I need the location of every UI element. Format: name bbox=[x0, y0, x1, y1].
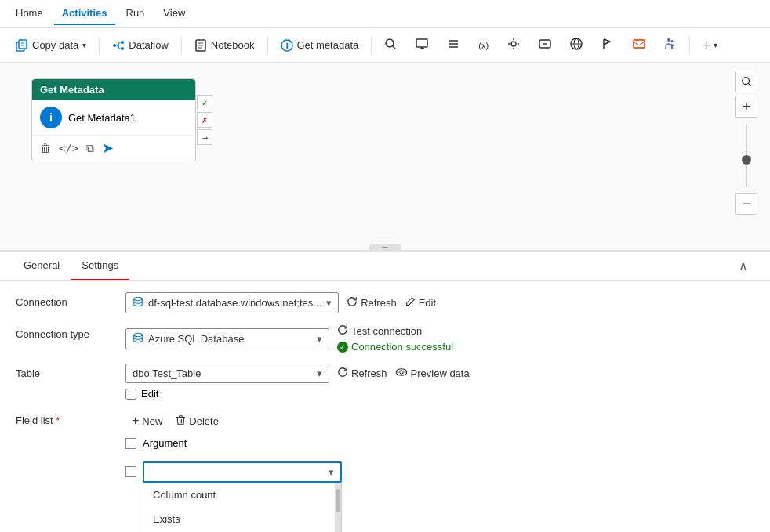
toolbar-divider-1 bbox=[99, 36, 100, 55]
edit-icon bbox=[405, 296, 416, 309]
refresh-connection-btn[interactable]: Refresh bbox=[347, 296, 397, 309]
svg-point-19 bbox=[399, 371, 402, 374]
delete-node-icon[interactable]: 🗑 bbox=[40, 142, 51, 154]
edit-table-row: Edit bbox=[125, 388, 470, 400]
fail-branch-btn[interactable]: ✗ bbox=[197, 112, 212, 128]
activity-header-title: Get Metadata bbox=[40, 84, 104, 96]
tab-general[interactable]: General bbox=[13, 252, 71, 280]
zoom-search-btn[interactable] bbox=[735, 71, 757, 92]
menu-activities[interactable]: Activities bbox=[54, 2, 115, 25]
refresh-table-icon bbox=[337, 367, 348, 380]
zoom-out-btn[interactable]: − bbox=[735, 193, 757, 215]
get-metadata-button[interactable]: i Get metadata bbox=[273, 35, 367, 56]
table-controls: dbo.Test_Table ▾ Refresh bbox=[125, 364, 470, 400]
settings-icon bbox=[507, 38, 520, 52]
svg-point-3 bbox=[121, 41, 124, 44]
connection-controls: df-sql-test.database.windows.net;tes... … bbox=[125, 292, 754, 313]
dropdown-arrow-icon: ▾ bbox=[329, 466, 334, 478]
toolbar-divider-5 bbox=[689, 36, 690, 55]
param-button[interactable] bbox=[531, 34, 559, 56]
connection-arrow: ▾ bbox=[326, 297, 332, 309]
teams-button[interactable] bbox=[656, 34, 685, 56]
zoom-controls: + − bbox=[735, 71, 757, 215]
connection-type-controls: Azure SQL Database ▾ Test connection bbox=[125, 324, 754, 353]
zoom-in-btn[interactable]: + bbox=[735, 96, 757, 118]
variable-icon: (x) bbox=[478, 41, 489, 50]
get-metadata-icon: i bbox=[281, 39, 293, 52]
panel-collapse-btn[interactable]: ∧ bbox=[729, 252, 757, 280]
table-row: Table dbo.Test_Table ▾ Re bbox=[16, 364, 754, 400]
tab-bar: General Settings ∧ bbox=[0, 252, 770, 281]
menu-home[interactable]: Home bbox=[8, 2, 51, 25]
dropdown-input[interactable]: ▾ bbox=[144, 463, 340, 481]
new-button[interactable]: + New bbox=[125, 411, 169, 431]
add-more-button[interactable]: + ▾ bbox=[695, 34, 725, 56]
success-icon: ✓ bbox=[337, 342, 348, 353]
field-list-label: Field list * bbox=[16, 411, 110, 426]
edit-table-checkbox[interactable] bbox=[125, 389, 136, 400]
success-branch-btn[interactable]: ✓ bbox=[197, 95, 212, 110]
copy-data-button[interactable]: Copy data ▾ bbox=[8, 35, 94, 56]
table-select-row: dbo.Test_Table ▾ Refresh bbox=[125, 364, 470, 383]
svg-point-10 bbox=[511, 42, 516, 46]
field-list-controls: + New Delete bbox=[125, 411, 754, 532]
menu-run[interactable]: Run bbox=[118, 2, 153, 25]
list-button[interactable] bbox=[439, 34, 467, 56]
search-toolbar-button[interactable] bbox=[376, 34, 405, 56]
notebook-button[interactable]: Notebook bbox=[187, 35, 263, 56]
flag-button[interactable] bbox=[594, 34, 622, 56]
dataflow-button[interactable]: Dataflow bbox=[104, 35, 176, 56]
teams-icon bbox=[664, 38, 677, 52]
tab-settings[interactable]: Settings bbox=[71, 252, 129, 280]
scrollbar-track[interactable] bbox=[335, 483, 341, 532]
globe-button[interactable] bbox=[562, 34, 590, 56]
zoom-slider-thumb[interactable] bbox=[742, 155, 751, 165]
refresh-table-btn[interactable]: Refresh bbox=[337, 367, 387, 380]
connection-type-select[interactable]: Azure SQL Database ▾ bbox=[125, 328, 329, 349]
scrollbar-thumb[interactable] bbox=[336, 489, 340, 512]
activity-body-label: Get Metadata1 bbox=[68, 112, 136, 124]
code-icon[interactable]: </> bbox=[59, 142, 78, 154]
zoom-slider-track[interactable] bbox=[746, 124, 747, 186]
table-select[interactable]: dbo.Test_Table ▾ bbox=[125, 364, 329, 383]
svg-point-4 bbox=[121, 47, 124, 50]
argument-label: Argument bbox=[143, 437, 187, 449]
connection-value: df-sql-test.database.windows.net;tes... bbox=[148, 297, 321, 309]
edit-connection-btn[interactable]: Edit bbox=[405, 296, 436, 309]
monitor-button[interactable] bbox=[408, 34, 436, 56]
param-icon bbox=[539, 38, 551, 52]
svg-rect-14 bbox=[634, 40, 645, 48]
activity-type-icon: i bbox=[40, 107, 62, 128]
test-connection-btn[interactable]: Test connection bbox=[337, 324, 453, 338]
argument-dropdown[interactable]: ▾ bbox=[143, 461, 342, 483]
plus-icon: + bbox=[703, 38, 710, 52]
arrow-btn[interactable]: → bbox=[197, 129, 212, 145]
menu-view[interactable]: View bbox=[155, 2, 193, 25]
copy-node-icon[interactable]: ⧉ bbox=[86, 142, 94, 155]
mail-button[interactable] bbox=[625, 34, 653, 56]
dropdown-list: Column count Exists Structure Add dynami… bbox=[143, 483, 342, 532]
notebook-icon bbox=[194, 39, 207, 52]
new-delete-bar: + New Delete bbox=[125, 411, 754, 431]
required-marker: * bbox=[56, 414, 60, 426]
item-checkbox[interactable] bbox=[125, 466, 136, 477]
dropdown-item-column-count[interactable]: Column count bbox=[143, 483, 341, 507]
argument-select-all-checkbox[interactable] bbox=[125, 438, 136, 449]
preview-data-btn[interactable]: Preview data bbox=[395, 367, 470, 379]
dropdown-item-exists[interactable]: Exists bbox=[143, 507, 341, 531]
canvas-collapse-btn[interactable]: ─ bbox=[369, 244, 401, 250]
menu-bar: Home Activities Run View bbox=[0, 0, 770, 28]
activity-footer[interactable]: 🗑 </> ⧉ ➤ bbox=[32, 136, 195, 161]
monitor-icon bbox=[416, 38, 428, 52]
search-toolbar-icon bbox=[384, 38, 397, 52]
collapse-arrow: ─ bbox=[382, 243, 387, 252]
variable-button[interactable]: (x) bbox=[470, 37, 496, 54]
copy-data-dropdown-arrow: ▾ bbox=[82, 41, 86, 49]
delete-button[interactable]: Delete bbox=[169, 411, 225, 431]
connection-type-row: Connection type Azure SQL Database ▾ bbox=[16, 324, 754, 353]
settings-button[interactable] bbox=[499, 34, 528, 56]
connection-select[interactable]: df-sql-test.database.windows.net;tes... … bbox=[125, 292, 339, 313]
activity-node: Get Metadata i Get Metadata1 🗑 </> ⧉ ➤ ✓… bbox=[31, 78, 196, 161]
svg-rect-9 bbox=[416, 39, 427, 47]
go-icon[interactable]: ➤ bbox=[102, 139, 114, 157]
